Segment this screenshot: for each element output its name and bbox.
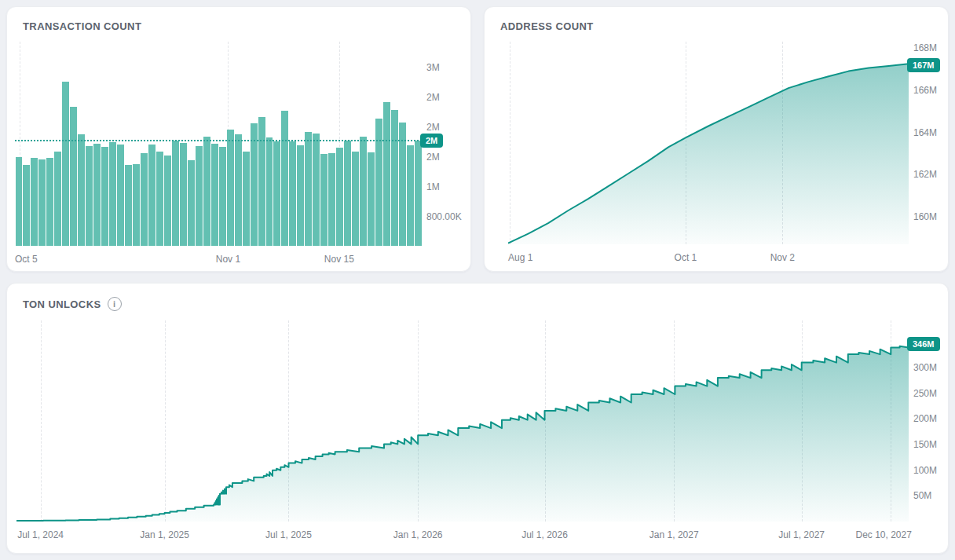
bar[interactable] — [360, 137, 367, 246]
address-x-axis: Aug 1Oct 1Nov 2 — [508, 251, 909, 268]
panel-title-transaction-count: TRANSACTION COUNT — [23, 20, 141, 32]
bar[interactable] — [375, 119, 382, 246]
bar[interactable] — [219, 147, 226, 246]
x-axis-tick-label: Jul 1, 2024 — [17, 529, 64, 540]
bar[interactable] — [133, 164, 140, 246]
address-chart: Aug 1Oct 1Nov 2 168M166M164M162M160M167M — [485, 42, 948, 268]
bar[interactable] — [415, 141, 422, 246]
bar[interactable] — [148, 145, 156, 246]
bar[interactable] — [251, 123, 258, 246]
bar[interactable] — [54, 152, 61, 246]
bar[interactable] — [180, 143, 187, 246]
unlock-area-chart-svg — [16, 320, 909, 522]
bar[interactable] — [172, 141, 179, 246]
bar[interactable] — [31, 158, 38, 246]
bar[interactable] — [368, 152, 375, 246]
y-axis-tick-label: 168M — [913, 42, 937, 53]
bar[interactable] — [16, 157, 23, 246]
bar[interactable] — [344, 141, 351, 246]
x-axis-tick-label: Jul 1, 2026 — [521, 529, 568, 540]
bar[interactable] — [383, 102, 390, 246]
panel-header: ADDRESS COUNT — [485, 7, 948, 32]
bar[interactable] — [266, 137, 273, 246]
x-axis-tick-label: Oct 1 — [675, 252, 697, 263]
panel-title-ton-unlocks: TON UNLOCKS — [23, 298, 101, 310]
dashboard: TRANSACTION COUNT Oct 5Nov 1Nov 15 3M2M2… — [6, 6, 949, 554]
y-axis-tick-label: 50M — [913, 490, 931, 501]
bar[interactable] — [243, 152, 250, 246]
bar[interactable] — [101, 147, 108, 246]
bar[interactable] — [258, 117, 265, 246]
bar[interactable] — [297, 145, 304, 246]
bar[interactable] — [188, 160, 195, 246]
panel-header: TRANSACTION COUNT — [7, 7, 470, 32]
x-axis-tick-label: Jan 1, 2025 — [140, 529, 189, 540]
y-axis-tick-label: 150M — [913, 439, 937, 450]
bar[interactable] — [62, 82, 69, 246]
current-value-badge: 2M — [420, 134, 443, 148]
bar[interactable] — [38, 159, 46, 246]
bar[interactable] — [235, 134, 242, 246]
y-axis-tick-label: 200M — [913, 413, 937, 424]
transaction-chart-plot[interactable] — [15, 42, 422, 246]
bar[interactable] — [156, 152, 163, 246]
y-axis-tick-label: 164M — [913, 127, 937, 138]
bar[interactable] — [407, 145, 414, 246]
transaction-chart: Oct 5Nov 1Nov 15 3M2M2M2M1M800.00K2M — [7, 42, 470, 269]
bar[interactable] — [23, 165, 30, 246]
y-axis-tick-label: 166M — [913, 85, 937, 96]
bar[interactable] — [196, 146, 203, 246]
panel-title-address-count: ADDRESS COUNT — [500, 20, 594, 32]
y-axis-tick-label: 100M — [913, 465, 937, 476]
x-axis-tick-label: Nov 15 — [324, 254, 354, 265]
x-axis-tick-label: Aug 1 — [508, 252, 532, 263]
unlocks-chart-plot[interactable] — [16, 320, 909, 522]
bar[interactable] — [211, 144, 218, 246]
info-icon[interactable]: i — [108, 297, 122, 311]
bar[interactable] — [109, 142, 116, 246]
bar[interactable] — [117, 145, 124, 246]
x-axis-tick-label: Nov 2 — [770, 252, 795, 263]
unlocks-x-axis: Jul 1, 2024Jan 1, 2025Jul 1, 2025Jan 1, … — [16, 528, 909, 545]
bar[interactable] — [281, 111, 288, 246]
bar[interactable] — [273, 141, 280, 246]
transaction-x-axis: Oct 5Nov 1Nov 15 — [15, 252, 422, 269]
bar[interactable] — [125, 165, 132, 246]
bar[interactable] — [78, 134, 85, 246]
bar[interactable] — [305, 132, 312, 246]
y-axis-tick-label: 162M — [913, 169, 937, 180]
x-axis-tick-label: Nov 1 — [216, 254, 240, 265]
current-value-badge: 167M — [907, 58, 940, 72]
unlocks-y-axis: 300M250M200M150M100M50M346M — [909, 320, 948, 522]
addr-area-fill — [508, 64, 909, 244]
x-axis-tick-label: Dec 10, 2027 — [855, 529, 911, 540]
bar[interactable] — [46, 158, 53, 246]
x-axis-tick-label: Jan 1, 2026 — [393, 529, 443, 540]
bar[interactable] — [313, 134, 320, 246]
bar[interactable] — [391, 110, 398, 246]
y-axis-tick-label: 160M — [913, 211, 937, 222]
y-axis-tick-label: 300M — [913, 362, 937, 373]
x-axis-tick-label: Jul 1, 2027 — [778, 529, 825, 540]
y-axis-tick-label: 2M — [426, 152, 440, 163]
y-axis-tick-label: 3M — [426, 62, 440, 73]
threshold-dotted-line — [15, 140, 422, 141]
bar[interactable] — [328, 153, 335, 246]
bar[interactable] — [352, 152, 359, 247]
bar[interactable] — [93, 144, 101, 246]
address-chart-plot[interactable] — [508, 42, 909, 244]
bar[interactable] — [320, 154, 327, 246]
bar-series — [15, 42, 422, 246]
bar[interactable] — [203, 137, 210, 246]
y-axis-tick-label: 250M — [913, 388, 937, 399]
bar[interactable] — [289, 141, 296, 246]
bar[interactable] — [70, 107, 77, 246]
panel-ton-unlocks: TON UNLOCKS i Jul 1, 2024Jan 1, 2025Jul … — [6, 283, 949, 554]
bar[interactable] — [86, 146, 93, 246]
bar[interactable] — [141, 153, 148, 246]
bar[interactable] — [227, 130, 234, 246]
bar[interactable] — [164, 156, 171, 246]
bar[interactable] — [336, 148, 343, 246]
y-axis-tick-label: 800.00K — [426, 211, 462, 222]
panel-address-count: ADDRESS COUNT Aug 1Oct 1Nov 2 168M166M16… — [484, 6, 949, 272]
